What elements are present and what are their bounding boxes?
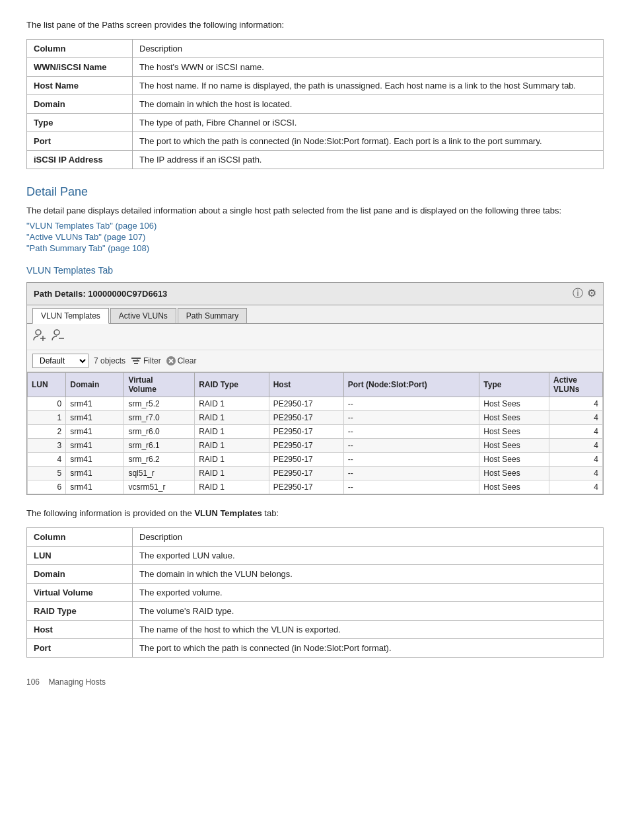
- host-cell: PE2950-17: [269, 411, 343, 425]
- col-desc: The host's WWN or iSCSI name.: [133, 58, 604, 77]
- col-header-column: Column: [27, 40, 133, 58]
- host-cell: PE2950-17: [269, 397, 343, 411]
- virtual-volume-cell: srm_r5.2: [124, 397, 195, 411]
- filter-button[interactable]: Filter: [131, 356, 161, 366]
- type-cell: Host Sees: [479, 453, 549, 467]
- lun-cell: 6: [28, 480, 66, 494]
- port-cell: --: [343, 439, 479, 453]
- col-header-port: Port (Node:Slot:Port): [343, 373, 479, 397]
- active-vluns-cell: 4: [549, 480, 602, 494]
- port-cell: --: [343, 467, 479, 480]
- virtual-volume-cell: vcsrm51_r: [124, 480, 195, 494]
- detail-pane-desc: The detail pane displays detailed inform…: [26, 206, 604, 215]
- detail-pane-heading: Detail Pane: [26, 185, 604, 199]
- vlun-col-desc: Description: [133, 528, 604, 547]
- type-cell: Host Sees: [479, 411, 549, 425]
- detail-link[interactable]: "Path Summary Tab" (page 108): [26, 243, 604, 253]
- vlun-col-name: LUN: [27, 547, 133, 565]
- svg-rect-7: [134, 363, 138, 364]
- virtual-volume-cell: srm_r6.0: [124, 425, 195, 439]
- domain-cell: srm41: [66, 439, 124, 453]
- vlun-col-name: Domain: [27, 565, 133, 584]
- type-cell: Host Sees: [479, 425, 549, 439]
- detail-link[interactable]: "Active VLUNs Tab" (page 107): [26, 232, 604, 242]
- detail-link[interactable]: "VLUN Templates Tab" (page 106): [26, 221, 604, 231]
- col-name: Host Name: [27, 77, 133, 95]
- col-desc: The domain in which the host is located.: [133, 95, 604, 114]
- type-cell: Host Sees: [479, 480, 549, 494]
- domain-cell: srm41: [66, 467, 124, 480]
- col-desc: The IP address if an iSCSI path.: [133, 151, 604, 169]
- port-cell: --: [343, 425, 479, 439]
- port-cell: --: [343, 453, 479, 467]
- col-desc: The port to which the path is connected …: [133, 132, 604, 151]
- filter-label: Filter: [143, 356, 161, 365]
- settings-icon[interactable]: ⚙: [587, 287, 596, 301]
- vlun-col-name: Virtual Volume: [27, 584, 133, 602]
- domain-cell: srm41: [66, 480, 124, 494]
- table-row: 2srm41srm_r6.0RAID 1PE2950-17--Host Sees…: [28, 425, 603, 439]
- toolbar-row: [27, 324, 603, 350]
- raid-type-cell: RAID 1: [195, 425, 269, 439]
- table-row: 6srm41vcsrm51_rRAID 1PE2950-17--Host See…: [28, 480, 603, 494]
- vlun-col-desc: The exported volume.: [133, 584, 604, 602]
- active-vluns-cell: 4: [549, 425, 602, 439]
- filter-select[interactable]: Default: [32, 354, 88, 368]
- filter-row: Default 7 objects Filter Clear: [27, 350, 603, 372]
- bottom-text-suffix: tab:: [262, 508, 279, 518]
- host-cell: PE2950-17: [269, 425, 343, 439]
- path-details-panel: Path Details: 10000000C97D6613 ⓘ ⚙ VLUN …: [26, 282, 604, 495]
- active-vluns-cell: 4: [549, 467, 602, 480]
- remove-icon[interactable]: [51, 328, 65, 346]
- tab-path-summary[interactable]: Path Summary: [178, 308, 247, 323]
- active-vluns-cell: 4: [549, 439, 602, 453]
- table-row: 3srm41srm_r6.1RAID 1PE2950-17--Host Sees…: [28, 439, 603, 453]
- type-cell: Host Sees: [479, 397, 549, 411]
- table-row: 4srm41srm_r6.2RAID 1PE2950-17--Host Sees…: [28, 453, 603, 467]
- tabs-row: VLUN TemplatesActive VLUNsPath Summary: [27, 305, 603, 324]
- virtual-volume-cell: srm_r7.0: [124, 411, 195, 425]
- col-name: iSCSI IP Address: [27, 151, 133, 169]
- vlun-col-desc: The domain in which the VLUN belongs.: [133, 565, 604, 584]
- port-cell: --: [343, 397, 479, 411]
- col-header-domain: Domain: [66, 373, 124, 397]
- vlun-info-table: ColumnDescriptionLUNThe exported LUN val…: [26, 527, 604, 658]
- col-header-lun: LUN: [28, 373, 66, 397]
- domain-cell: srm41: [66, 453, 124, 467]
- domain-cell: srm41: [66, 411, 124, 425]
- page-number: 106: [26, 677, 40, 687]
- clear-button[interactable]: Clear: [166, 356, 197, 365]
- vlun-col-name: Host: [27, 621, 133, 639]
- lun-cell: 5: [28, 467, 66, 480]
- type-cell: Host Sees: [479, 439, 549, 453]
- paths-info-table: ColumnDescriptionWWN/iSCSI NameThe host'…: [26, 39, 604, 169]
- virtual-volume-cell: sql51_r: [124, 467, 195, 480]
- bottom-text-prefix: The following information is provided on…: [26, 508, 194, 518]
- raid-type-cell: RAID 1: [195, 453, 269, 467]
- page-label: Managing Hosts: [48, 677, 106, 687]
- virtual-volume-cell: srm_r6.1: [124, 439, 195, 453]
- port-cell: --: [343, 480, 479, 494]
- add-icon[interactable]: [32, 328, 47, 346]
- col-header-virtual-volume: VirtualVolume: [124, 373, 195, 397]
- raid-type-cell: RAID 1: [195, 397, 269, 411]
- svg-point-0: [36, 330, 41, 335]
- page-footer: 106 Managing Hosts: [26, 677, 604, 687]
- virtual-volume-cell: srm_r6.2: [124, 453, 195, 467]
- domain-cell: srm41: [66, 397, 124, 411]
- col-header-raid-type: RAID Type: [195, 373, 269, 397]
- lun-cell: 3: [28, 439, 66, 453]
- raid-type-cell: RAID 1: [195, 439, 269, 453]
- type-cell: Host Sees: [479, 467, 549, 480]
- col-header-active-vluns: ActiveVLUNs: [549, 373, 602, 397]
- tab-vlun-templates[interactable]: VLUN Templates: [32, 308, 109, 324]
- lun-cell: 1: [28, 411, 66, 425]
- table-row: 1srm41srm_r7.0RAID 1PE2950-17--Host Sees…: [28, 411, 603, 425]
- panel-title-bar: Path Details: 10000000C97D6613 ⓘ ⚙: [27, 283, 603, 305]
- tab-active-vluns[interactable]: Active VLUNs: [110, 308, 176, 323]
- host-cell: PE2950-17: [269, 439, 343, 453]
- help-icon[interactable]: ⓘ: [573, 287, 583, 301]
- host-cell: PE2950-17: [269, 467, 343, 480]
- bottom-text: The following information is provided on…: [26, 508, 604, 518]
- vlun-col-name: Column: [27, 528, 133, 547]
